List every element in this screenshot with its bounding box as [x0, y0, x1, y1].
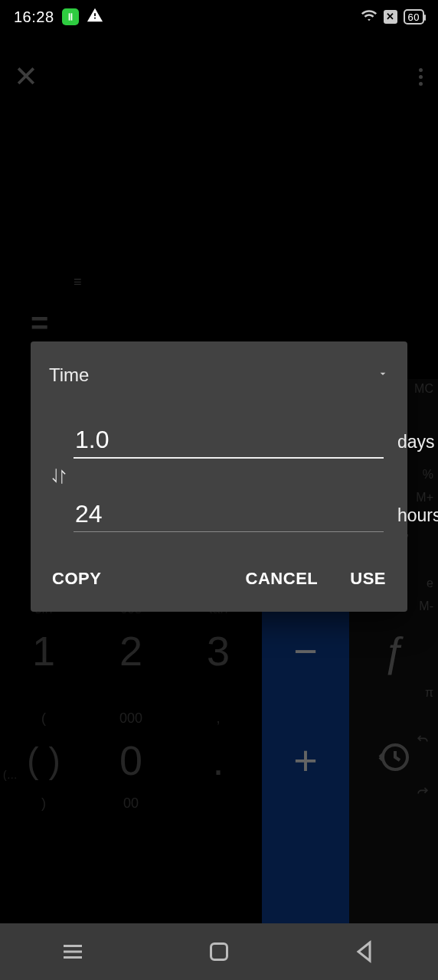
equals-indicator: = — [31, 306, 48, 341]
status-app-icon — [62, 8, 79, 25]
history-indicator-icon: ≡ — [74, 274, 82, 290]
unit-converter-dialog: Time days hours — [31, 341, 407, 612]
key-minus[interactable]: − — [262, 596, 349, 705]
redo-icon — [415, 764, 430, 808]
key-0[interactable]: 000000 — [87, 706, 175, 815]
nav-recents-icon[interactable] — [59, 938, 87, 965]
from-unit-select[interactable]: days — [397, 432, 438, 459]
svg-rect-2 — [70, 13, 72, 20]
key-decimal[interactable]: ,. — [175, 706, 262, 815]
status-bar: 16:28 ✕ 60 — [0, 0, 438, 34]
chevron-down-icon[interactable] — [377, 368, 389, 383]
use-button[interactable]: USE — [347, 561, 389, 596]
key-parentheses[interactable]: ( (… ( ) ) — [0, 706, 87, 815]
memory-mc-label: MC — [414, 382, 433, 396]
undo-icon — [415, 712, 430, 756]
system-nav-bar — [0, 923, 438, 980]
key-function[interactable]: M- ƒ π — [349, 596, 438, 705]
memory-mminus-label: M- — [419, 599, 433, 613]
status-x-icon: ✕ — [384, 10, 397, 24]
app-topbar: ✕ — [0, 46, 438, 107]
status-clock: 16:28 — [14, 8, 54, 26]
wifi-icon — [361, 7, 378, 28]
to-unit-select[interactable]: hours — [397, 505, 438, 532]
from-value-input[interactable] — [74, 423, 384, 459]
converter-category[interactable]: Time — [49, 364, 89, 386]
to-unit-label: hours — [397, 505, 438, 526]
nav-home-icon[interactable] — [205, 938, 233, 965]
key-2[interactable]: cos2 — [87, 596, 175, 705]
key-1[interactable]: sin1 — [0, 596, 87, 705]
battery-indicator: 60 — [404, 9, 424, 24]
cancel-button[interactable]: CANCEL — [243, 561, 322, 596]
key-plus[interactable]: + — [262, 706, 349, 815]
svg-rect-6 — [211, 944, 227, 960]
warning-icon — [87, 7, 103, 28]
copy-button[interactable]: COPY — [49, 561, 104, 596]
nav-back-icon[interactable] — [351, 938, 379, 965]
close-icon[interactable]: ✕ — [6, 55, 46, 98]
key-history[interactable] — [349, 706, 438, 815]
to-value-input[interactable] — [74, 497, 384, 532]
from-unit-label: days — [397, 432, 435, 452]
swap-icon[interactable] — [49, 466, 69, 489]
svg-rect-1 — [68, 13, 70, 20]
overflow-menu-icon[interactable] — [414, 62, 427, 92]
key-3[interactable]: tan3 — [175, 596, 262, 705]
history-icon — [375, 739, 412, 782]
